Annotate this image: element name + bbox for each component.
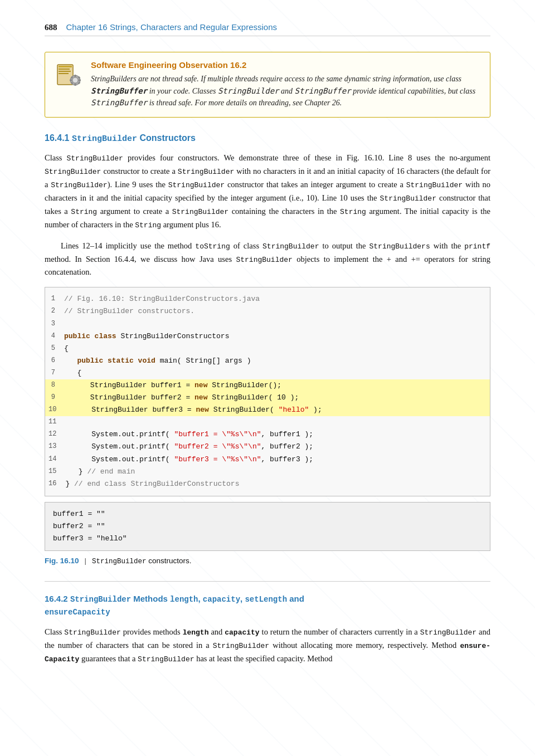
- svg-point-6: [72, 77, 78, 83]
- page: 688 Chapter 16 Strings, Characters and R…: [0, 0, 535, 696]
- code-line-8: 8 StringBuilder buffer1 = new StringBuil…: [45, 379, 490, 392]
- figure-caption: Fig. 16.10 | StringBuilder constructors.: [45, 557, 490, 565]
- section-442-para: Class StringBuilder provides methods len…: [45, 626, 490, 666]
- section-441-heading: 16.4.1 StringBuilder Constructors: [45, 133, 490, 144]
- line-num-4: 4: [45, 330, 62, 343]
- code-line-5: 5 {: [45, 343, 490, 355]
- line-num-7: 7: [45, 367, 62, 379]
- line-content-8: StringBuilder buffer1 = new StringBuilde…: [62, 379, 490, 392]
- line-num-12: 12: [45, 428, 63, 441]
- code-line-16: 16 } // end class StringBuilderConstruct…: [45, 478, 490, 490]
- output-line-3: buffer3 = "hello": [53, 533, 482, 545]
- svg-rect-4: [59, 73, 69, 74]
- section-442-heading: 16.4.2 StringBuilder Methods length, cap…: [45, 593, 490, 618]
- observation-content: Software Engineering Observation 16.2 St…: [91, 60, 481, 109]
- line-num-3: 3: [45, 318, 62, 330]
- svg-rect-1: [59, 66, 72, 67]
- line-num-14: 14: [45, 453, 63, 466]
- code-line-10: 10 StringBuilder buffer3 = new StringBui…: [45, 404, 490, 416]
- code-line-3: 3: [45, 318, 490, 330]
- line-content-6: public static void main( String[] args ): [62, 355, 490, 367]
- line-content-5: {: [62, 343, 490, 355]
- svg-rect-2: [59, 69, 70, 70]
- line-num-13: 13: [45, 441, 63, 453]
- line-num-15: 15: [45, 466, 63, 478]
- svg-rect-10: [79, 80, 81, 81]
- code-line-13: 13 System.out.printf( "buffer2 = \"%s\"\…: [45, 441, 490, 453]
- code-line-15: 15 } // end main: [45, 466, 490, 478]
- code-line-7: 7 {: [45, 367, 490, 379]
- section-441-para1: Class StringBuilder provides four constr…: [45, 152, 490, 232]
- code-line-9: 9 StringBuilder buffer2 = new StringBuil…: [45, 392, 490, 404]
- section-441-para2: Lines 12–14 implicitly use the method to…: [45, 240, 490, 280]
- line-content-2: // StringBuilder constructors.: [62, 305, 490, 318]
- line-content-16: } // end class StringBuilderConstructors: [63, 478, 490, 490]
- line-content-4: public class StringBuilderConstructors: [62, 330, 490, 343]
- code-line-4: 4 public class StringBuilderConstructors: [45, 330, 490, 343]
- gear-icon: [55, 61, 82, 88]
- output-line-1: buffer1 = "": [53, 508, 482, 520]
- fig-label: Fig. 16.10: [45, 557, 79, 565]
- line-num-6: 6: [45, 355, 62, 367]
- section-separator: [45, 581, 490, 582]
- line-content-15: } // end main: [63, 466, 490, 478]
- line-content-12: System.out.printf( "buffer1 = \"%s\"\n",…: [63, 428, 490, 441]
- code-block: 1 // Fig. 16.10: StringBuilderConstructo…: [45, 287, 490, 496]
- output-line-2: buffer2 = "": [53, 520, 482, 533]
- fig-bar: |: [85, 557, 87, 565]
- observation-text: StringBuilders are not thread safe. If m…: [91, 73, 481, 109]
- svg-rect-7: [75, 75, 76, 77]
- line-num-5: 5: [45, 343, 62, 355]
- code-container: 1 // Fig. 16.10: StringBuilderConstructo…: [45, 287, 490, 496]
- observation-box: Software Engineering Observation 16.2 St…: [45, 52, 490, 118]
- page-header: 688 Chapter 16 Strings, Characters and R…: [45, 22, 490, 36]
- observation-title: Software Engineering Observation 16.2: [91, 60, 481, 70]
- line-content-1: // Fig. 16.10: StringBuilderConstructors…: [62, 293, 490, 305]
- line-num-9: 9: [45, 392, 62, 404]
- code-line-2: 2 // StringBuilder constructors.: [45, 305, 490, 318]
- line-num-8: 8: [45, 379, 62, 392]
- observation-icon: [54, 60, 83, 89]
- line-content-11: [63, 416, 490, 428]
- line-content-3: [62, 318, 490, 330]
- code-line-6: 6 public static void main( String[] args…: [45, 355, 490, 367]
- line-num-1: 1: [45, 293, 62, 305]
- code-line-14: 14 System.out.printf( "buffer3 = \"%s\"\…: [45, 453, 490, 466]
- svg-rect-8: [75, 84, 76, 86]
- line-content-9: StringBuilder buffer2 = new StringBuilde…: [62, 392, 490, 404]
- line-num-16: 16: [45, 478, 63, 490]
- code-line-1: 1 // Fig. 16.10: StringBuilderConstructo…: [45, 293, 490, 305]
- line-content-14: System.out.printf( "buffer3 = \"%s\"\n",…: [63, 453, 490, 466]
- line-content-13: System.out.printf( "buffer2 = \"%s\"\n",…: [63, 441, 490, 453]
- code-line-11: 11: [45, 416, 490, 428]
- line-content-10: StringBuilder buffer3 = new StringBuilde…: [63, 404, 490, 416]
- page-number: 688: [45, 23, 57, 32]
- output-block: buffer1 = "" buffer2 = "" buffer3 = "hel…: [45, 502, 490, 551]
- line-num-11: 11: [45, 416, 63, 428]
- fig-caption-text: StringBuilder constructors.: [92, 557, 192, 565]
- line-num-10: 10: [45, 404, 63, 416]
- svg-rect-9: [70, 80, 72, 81]
- line-num-2: 2: [45, 305, 62, 318]
- svg-rect-3: [59, 71, 71, 72]
- line-content-7: {: [62, 367, 490, 379]
- header-chapter: Chapter 16 Strings, Characters and Regul…: [66, 22, 278, 32]
- code-line-12: 12 System.out.printf( "buffer1 = \"%s\"\…: [45, 428, 490, 441]
